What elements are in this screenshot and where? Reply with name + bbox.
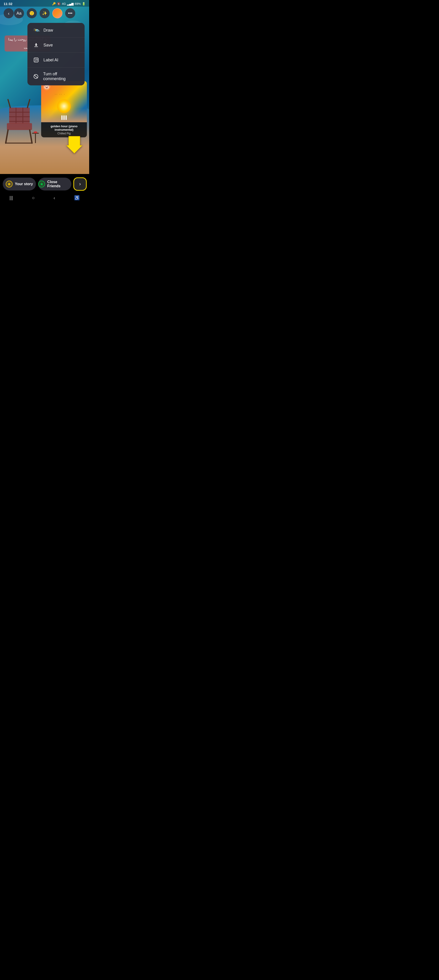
album-art: ᵕᵕ ᵕᵕ ᵕ 🐷 (41, 81, 87, 122)
effects-icon: ✨ (42, 11, 47, 16)
svg-rect-10 (7, 123, 32, 130)
menu-save-label: Save (43, 43, 53, 48)
network-bars: ▂▄▆ (67, 2, 74, 5)
close-friends-button[interactable]: ★ Close Friends (38, 178, 71, 191)
arrow-down-indicator (66, 135, 82, 156)
back-icon: ‹ (8, 11, 10, 16)
close-friends-icon: ★ (38, 181, 45, 188)
status-time: 11:32 (4, 2, 12, 6)
text-tool-label: Aa (16, 11, 22, 16)
svg-line-11 (6, 130, 8, 143)
text-tool-button[interactable]: Aa (14, 8, 24, 18)
key-icon: 🔑 (52, 2, 56, 5)
svg-marker-19 (66, 136, 82, 153)
more-icon: ••• (68, 11, 73, 16)
dropdown-menu: ✒️ Draw Save Label AI (27, 23, 85, 85)
bottom-action-bar: ⊕ Your story ★ Close Friends › (0, 174, 89, 193)
menu-turn-off-commenting-label: Turn off commenting (43, 72, 79, 81)
back-nav-icon[interactable]: ‹ (54, 195, 55, 200)
signal-icon: 4G (62, 2, 66, 5)
svg-line-14 (27, 100, 30, 108)
menu-label-ai-label: Label AI (43, 58, 58, 62)
your-story-label: Your story (15, 182, 33, 186)
music-card[interactable]: ᵕᵕ ᵕᵕ ᵕ 🐷 golden hour (piano instrumenta… (41, 81, 87, 137)
sticker-button[interactable]: 🙂 (27, 8, 37, 18)
effects-button[interactable]: ✨ (40, 8, 50, 18)
menu-item-draw[interactable]: ✒️ Draw (27, 23, 85, 38)
share-button[interactable]: › (74, 178, 86, 191)
home-icon[interactable]: ○ (32, 195, 35, 200)
avatar-button[interactable] (52, 8, 62, 18)
menu-draw-label: Draw (43, 28, 53, 33)
turn-off-commenting-icon (33, 73, 39, 80)
more-options-button[interactable]: ••• (65, 8, 75, 18)
music-pause-button[interactable] (62, 115, 67, 120)
pause-bar-2 (63, 115, 65, 120)
menu-item-turn-off-commenting[interactable]: Turn off commenting (27, 68, 85, 85)
pause-bar-1 (62, 115, 63, 120)
close-friends-star: ★ (40, 182, 43, 186)
svg-line-13 (8, 100, 10, 108)
battery-icon: 69% (75, 2, 81, 5)
back-button[interactable]: ‹ (4, 8, 14, 18)
status-icons: 🔑 🔇 4G ▂▄▆ 69% 🔋 (52, 2, 86, 5)
menu-item-save[interactable]: Save (27, 38, 85, 52)
recent-apps-icon[interactable]: ||| (10, 195, 13, 200)
birds: ᵕᵕ ᵕᵕ ᵕ (55, 94, 66, 95)
story-toolbar: ‹ Aa 🙂 ✨ ••• (0, 8, 89, 18)
android-nav-bar: ||| ○ ‹ ♿ (0, 193, 89, 205)
sticker-icon: 🙂 (29, 11, 34, 16)
status-bar: 11:32 🔑 🔇 4G ▂▄▆ 69% 🔋 (0, 0, 89, 6)
music-title: golden hour (piano instrumental) (44, 124, 84, 131)
label-ai-icon (33, 57, 39, 63)
svg-point-18 (33, 131, 37, 133)
mute-icon: 🔇 (57, 2, 60, 5)
close-friends-label: Close Friends (48, 180, 71, 188)
svg-rect-0 (34, 46, 38, 47)
your-story-icon: ⊕ (6, 181, 13, 188)
avatar-image (53, 9, 62, 18)
album-sun (57, 99, 71, 113)
accessibility-icon[interactable]: ♿ (74, 195, 80, 200)
pause-bar-3 (66, 115, 67, 120)
draw-icon: ✒️ (33, 27, 39, 33)
story-icon-symbol: ⊕ (8, 182, 11, 186)
menu-item-label-ai[interactable]: Label AI (27, 52, 85, 68)
story-canvas: هرکجا آسایش روحت را پیدا کردی آنجا وطنت … (0, 0, 89, 174)
svg-line-3 (34, 75, 38, 78)
share-button-highlight (73, 177, 87, 191)
svg-line-12 (30, 130, 32, 143)
your-story-button[interactable]: ⊕ Your story (3, 178, 36, 191)
save-icon (33, 42, 39, 48)
beach-chair-illustration (5, 99, 46, 144)
music-artist: Chilled Pig (44, 132, 84, 135)
battery-indicator: 🔋 (82, 2, 86, 5)
toolbar-center-buttons: Aa 🙂 ✨ ••• (14, 8, 75, 18)
